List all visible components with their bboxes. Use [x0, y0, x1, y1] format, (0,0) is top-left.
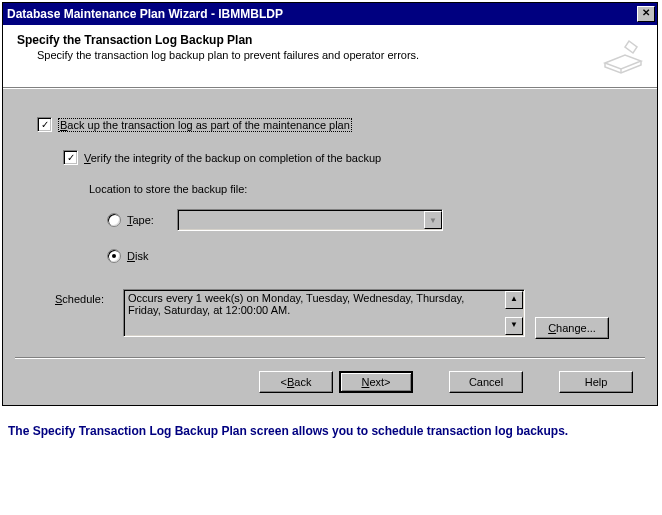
disk-radio-row[interactable]: Disk	[107, 249, 633, 263]
disk-radio[interactable]	[107, 249, 121, 263]
tape-radio-row[interactable]: Tape: ▼	[107, 209, 633, 231]
schedule-row: Schedule: Occurs every 1 week(s) on Mond…	[55, 289, 633, 339]
backup-checkbox-label: Back up the transaction log as part of t…	[58, 118, 352, 132]
divider	[15, 357, 645, 359]
tape-dropdown[interactable]: ▼	[177, 209, 443, 231]
button-row: < Back Next > Cancel Help	[37, 371, 633, 393]
wizard-body: ✓ Back up the transaction log as part of…	[3, 88, 657, 405]
tape-radio-label: Tape:	[127, 214, 177, 226]
figure-caption: The Specify Transaction Log Backup Plan …	[8, 424, 654, 438]
page-title: Specify the Transaction Log Backup Plan	[17, 33, 599, 47]
schedule-textarea[interactable]: Occurs every 1 week(s) on Monday, Tuesda…	[123, 289, 525, 337]
verify-checkbox-label: Verify the integrity of the backup on co…	[84, 152, 381, 164]
verify-checkbox[interactable]: ✓	[63, 150, 78, 165]
wizard-header: Specify the Transaction Log Backup Plan …	[3, 25, 657, 88]
page-subtitle: Specify the transaction log backup plan …	[37, 49, 599, 61]
window-title: Database Maintenance Plan Wizard - IBMMB…	[7, 7, 283, 21]
close-button[interactable]: ✕	[637, 6, 655, 22]
scroll-up-icon[interactable]: ▲	[505, 291, 523, 309]
schedule-text: Occurs every 1 week(s) on Monday, Tuesda…	[128, 292, 520, 316]
next-button[interactable]: Next >	[339, 371, 413, 393]
book-icon	[599, 33, 647, 77]
help-button[interactable]: Help	[559, 371, 633, 393]
location-label: Location to store the backup file:	[89, 183, 633, 195]
chevron-down-icon[interactable]: ▼	[424, 211, 442, 229]
scroll-down-icon[interactable]: ▼	[505, 317, 523, 335]
back-button[interactable]: < Back	[259, 371, 333, 393]
titlebar: Database Maintenance Plan Wizard - IBMMB…	[3, 3, 657, 25]
tape-radio[interactable]	[107, 213, 121, 227]
disk-radio-label: Disk	[127, 250, 148, 262]
backup-checkbox[interactable]: ✓	[37, 117, 52, 132]
wizard-window: Database Maintenance Plan Wizard - IBMMB…	[2, 2, 658, 406]
change-button[interactable]: Change...	[535, 317, 609, 339]
schedule-label: Schedule:	[55, 289, 123, 305]
backup-checkbox-row[interactable]: ✓ Back up the transaction log as part of…	[37, 117, 633, 132]
cancel-button[interactable]: Cancel	[449, 371, 523, 393]
verify-checkbox-row[interactable]: ✓ Verify the integrity of the backup on …	[63, 150, 633, 165]
